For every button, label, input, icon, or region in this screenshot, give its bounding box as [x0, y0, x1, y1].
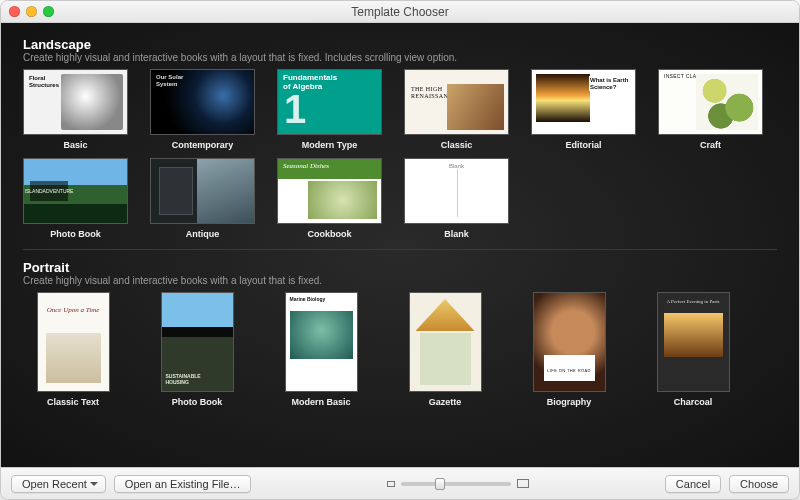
- thumbnail-large-icon: [517, 479, 529, 488]
- cover-text: Our SolarSystem: [156, 74, 183, 87]
- template-thumb: What is Earth Science?: [531, 69, 636, 135]
- choose-button[interactable]: Choose: [729, 475, 789, 493]
- zoom-icon[interactable]: [43, 6, 54, 17]
- thumbnail-small-icon: [387, 481, 395, 487]
- minimize-icon[interactable]: [26, 6, 37, 17]
- template-thumb: THE HIGHRENAISSANCE: [404, 69, 509, 135]
- template-modern-basic[interactable]: Marine Biology Modern Basic: [281, 292, 361, 407]
- section-subtitle-landscape: Create highly visual and interactive boo…: [23, 52, 777, 63]
- section-divider: [23, 249, 777, 250]
- template-craft[interactable]: INSECT CLASSIFICATION Craft: [658, 69, 763, 150]
- template-cookbook[interactable]: Seasonal Dishes Cookbook: [277, 158, 382, 239]
- template-basic[interactable]: FloralStructures Basic: [23, 69, 128, 150]
- window-title: Template Chooser: [1, 1, 799, 23]
- titlebar: Template Chooser: [1, 1, 799, 23]
- slider-track[interactable]: [401, 482, 511, 486]
- template-label: Modern Basic: [291, 397, 350, 407]
- cover-text: Seasonal Dishes: [283, 163, 329, 171]
- landscape-row-1: FloralStructures Basic Our SolarSystem C…: [23, 69, 777, 150]
- template-label: Modern Type: [302, 140, 357, 150]
- template-biography[interactable]: LIFE ON THE ROAD Biography: [529, 292, 609, 407]
- template-thumb: ISLAND ADVENTURE: [23, 158, 128, 224]
- template-thumb: SUSTAINABLEHOUSING: [161, 292, 234, 392]
- template-thumb: Our SolarSystem: [150, 69, 255, 135]
- landscape-row-2: ISLAND ADVENTURE Photo Book Antique Seas…: [23, 158, 777, 239]
- template-thumb: INSECT CLASSIFICATION: [658, 69, 763, 135]
- cover-text: What is Earth Science?: [589, 76, 631, 91]
- cancel-button[interactable]: Cancel: [665, 475, 721, 493]
- template-contemporary[interactable]: Our SolarSystem Contemporary: [150, 69, 255, 150]
- section-subtitle-portrait: Create highly visual and interactive boo…: [23, 275, 777, 286]
- template-thumb: [150, 158, 255, 224]
- template-label: Blank: [444, 229, 469, 239]
- close-icon[interactable]: [9, 6, 20, 17]
- template-thumb: Marine Biology: [285, 292, 358, 392]
- template-gallery: Landscape Create highly visual and inter…: [1, 23, 799, 467]
- template-charcoal[interactable]: A Perfect Evening in Paris Charcoal: [653, 292, 733, 407]
- template-label: Charcoal: [674, 397, 713, 407]
- template-label: Contemporary: [172, 140, 234, 150]
- cover-text: LIFE ON THE ROAD: [534, 369, 605, 373]
- template-classic-text[interactable]: Once Upon a Time Classic Text: [33, 292, 113, 407]
- footer-bar: Open Recent Open an Existing File… Cance…: [1, 467, 799, 499]
- cover-text: A Perfect Evening in Paris: [658, 299, 729, 305]
- cover-text: SUSTAINABLEHOUSING: [166, 374, 201, 385]
- open-existing-button[interactable]: Open an Existing File…: [114, 475, 252, 493]
- template-thumb: Once Upon a Time: [37, 292, 110, 392]
- template-thumb: FloralStructures: [23, 69, 128, 135]
- template-label: Cookbook: [308, 229, 352, 239]
- template-label: Photo Book: [50, 229, 101, 239]
- slider-knob[interactable]: [435, 478, 445, 490]
- template-portrait-photo-book[interactable]: SUSTAINABLEHOUSING Photo Book: [157, 292, 237, 407]
- template-label: Classic: [441, 140, 473, 150]
- cover-text: FloralStructures: [29, 75, 59, 88]
- template-label: Antique: [186, 229, 220, 239]
- portrait-row-1: Once Upon a Time Classic Text SUSTAINABL…: [23, 292, 777, 407]
- template-antique[interactable]: Antique: [150, 158, 255, 239]
- template-label: Gazette: [429, 397, 462, 407]
- template-thumb: [409, 292, 482, 392]
- section-title-portrait: Portrait: [23, 260, 777, 275]
- template-label: Basic: [63, 140, 87, 150]
- template-editorial[interactable]: What is Earth Science? Editorial: [531, 69, 636, 150]
- section-title-landscape: Landscape: [23, 37, 777, 52]
- template-thumb: Blank: [404, 158, 509, 224]
- template-thumb: A Perfect Evening in Paris: [657, 292, 730, 392]
- template-label: Classic Text: [47, 397, 99, 407]
- template-label: Biography: [547, 397, 592, 407]
- template-thumb: Fundamentalsof Algebra 1: [277, 69, 382, 135]
- cover-text: Marine Biology: [290, 297, 326, 303]
- template-chooser-window: Template Chooser Landscape Create highly…: [0, 0, 800, 500]
- template-photo-book[interactable]: ISLAND ADVENTURE Photo Book: [23, 158, 128, 239]
- template-label: Craft: [700, 140, 721, 150]
- window-controls: [9, 6, 54, 17]
- template-thumb: Seasonal Dishes: [277, 158, 382, 224]
- open-recent-popup[interactable]: Open Recent: [11, 475, 106, 493]
- cover-text: Once Upon a Time: [38, 307, 109, 315]
- template-modern-type[interactable]: Fundamentalsof Algebra 1 Modern Type: [277, 69, 382, 150]
- template-thumb: LIFE ON THE ROAD: [533, 292, 606, 392]
- template-label: Photo Book: [172, 397, 223, 407]
- template-classic[interactable]: THE HIGHRENAISSANCE Classic: [404, 69, 509, 150]
- template-gazette[interactable]: Gazette: [405, 292, 485, 407]
- template-label: Editorial: [565, 140, 601, 150]
- template-blank[interactable]: Blank Blank: [404, 158, 509, 239]
- cover-text: ISLAND ADVENTURE: [30, 181, 68, 201]
- thumbnail-size-slider[interactable]: [387, 479, 529, 488]
